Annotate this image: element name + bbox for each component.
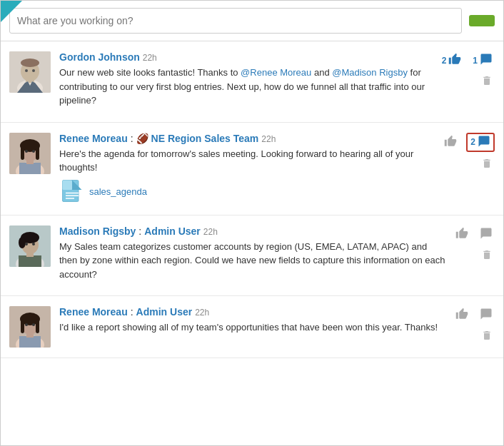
comment-count: 1	[473, 56, 478, 66]
svg-point-43	[32, 323, 35, 326]
feed-text: Here's the agenda for tomorrow's sales m…	[59, 147, 435, 175]
like-button[interactable]	[442, 133, 459, 151]
feed-content: Gordon Johnson22hOur new web site looks …	[59, 51, 433, 112]
trash-icon	[481, 249, 493, 263]
comment-button[interactable]: 1	[470, 51, 495, 69]
action-row-trash	[479, 156, 495, 173]
share-button[interactable]	[469, 15, 495, 26]
top-bar	[1, 1, 503, 41]
feed-item: Madison Rigsby: Admin User22hMy Sales te…	[1, 216, 503, 297]
trash-icon	[481, 75, 493, 88]
feed-header: Madison Rigsby: Admin User22h	[59, 225, 446, 237]
comment-icon	[478, 135, 490, 150]
feed-list: Gordon Johnson22hOur new web site looks …	[1, 41, 503, 358]
feed-header: Renee Moreau: Admin User22h	[59, 306, 446, 318]
like-button[interactable]	[453, 306, 470, 324]
thumb-icon	[455, 308, 468, 323]
feed-content: Renee Moreau: Admin User22hI'd like a re…	[59, 306, 446, 339]
feed-content: Madison Rigsby: Admin User22hMy Sales te…	[59, 225, 446, 286]
timestamp: 22h	[195, 308, 209, 318]
svg-rect-41	[36, 319, 39, 333]
feed-header: Renee Moreau: 🏈 NE Region Sales Team22h	[59, 133, 435, 144]
svg-point-17	[25, 150, 28, 153]
author-name[interactable]: Renee Moreau	[59, 306, 128, 318]
comment-button[interactable]	[478, 306, 495, 324]
svg-point-42	[25, 323, 28, 326]
avatar	[9, 133, 51, 174]
action-row-top	[453, 306, 495, 324]
action-row-trash	[479, 328, 495, 345]
svg-point-31	[19, 237, 26, 248]
svg-point-33	[32, 243, 35, 245]
avatar	[9, 51, 51, 93]
timestamp: 22h	[143, 53, 157, 63]
svg-rect-40	[21, 319, 24, 333]
action-row-top	[453, 225, 495, 243]
trash-icon	[481, 158, 493, 171]
comment-button[interactable]	[478, 225, 495, 243]
feed-text: Our new web site looks fantastic! Thanks…	[59, 66, 433, 108]
timestamp: 22h	[203, 227, 218, 237]
feed-item: Renee Moreau: 🏈 NE Region Sales Team22hH…	[1, 123, 503, 216]
feed-content: Renee Moreau: 🏈 NE Region Sales Team22hH…	[59, 133, 435, 205]
svg-point-32	[25, 243, 28, 245]
app-container: Gordon Johnson22hOur new web site looks …	[0, 0, 504, 446]
group-separator: :	[131, 133, 133, 144]
comment-icon	[480, 308, 493, 323]
timestamp: 22h	[261, 134, 276, 144]
feed-item: Gordon Johnson22hOur new web site looks …	[1, 41, 503, 123]
like-button[interactable]: 2	[440, 51, 464, 69]
svg-rect-15	[21, 146, 24, 160]
group-separator: :	[138, 225, 141, 237]
feed-header: Gordon Johnson22h	[59, 51, 433, 63]
delete-button[interactable]	[479, 328, 495, 345]
like-button[interactable]	[453, 225, 470, 243]
author-name[interactable]: Madison Rigsby	[59, 225, 136, 237]
action-row-trash	[479, 74, 495, 90]
svg-rect-27	[19, 255, 41, 267]
feed-actions	[453, 306, 495, 345]
avatar	[9, 225, 51, 267]
mention-link[interactable]: @Renee Moreau	[241, 67, 311, 78]
search-input[interactable]	[9, 8, 462, 34]
comment-button[interactable]: 2	[466, 133, 495, 152]
corner-decoration	[1, 1, 22, 22]
trash-icon	[481, 330, 493, 343]
feed-actions: 2	[442, 133, 495, 173]
feed-text: I'd like a report showing all of my team…	[59, 320, 446, 335]
delete-button[interactable]	[479, 74, 495, 90]
feed-item: Renee Moreau: Admin User22hI'd like a re…	[1, 296, 503, 358]
svg-rect-16	[36, 146, 39, 160]
svg-rect-36	[19, 336, 41, 348]
action-row-top: 2 1	[440, 51, 495, 69]
svg-point-8	[32, 69, 35, 72]
delete-button[interactable]	[479, 156, 495, 173]
like-count: 2	[442, 56, 447, 66]
attachment: sales_agenda	[59, 179, 435, 205]
avatar	[9, 306, 51, 348]
thumb-icon	[455, 227, 468, 242]
comment-icon	[480, 53, 493, 68]
document-icon	[59, 179, 85, 205]
svg-rect-11	[19, 163, 41, 174]
action-row-top: 2	[442, 133, 495, 152]
mention-link[interactable]: @Madison Rigsby	[332, 67, 408, 78]
thumb-icon	[448, 53, 461, 68]
svg-point-18	[32, 150, 35, 153]
group-name[interactable]: Admin User	[144, 225, 201, 237]
svg-point-7	[25, 69, 28, 72]
feed-text: My Sales team categorizes customer accou…	[59, 240, 446, 282]
group-separator: :	[131, 306, 133, 318]
comment-count: 2	[470, 137, 475, 147]
group-name[interactable]: Admin User	[136, 306, 193, 318]
group-emoji: 🏈	[136, 133, 148, 144]
group-name[interactable]: NE Region Sales Team	[151, 133, 259, 144]
author-name[interactable]: Renee Moreau	[59, 133, 128, 144]
author-name[interactable]: Gordon Johnson	[59, 51, 140, 63]
delete-button[interactable]	[479, 248, 495, 264]
thumb-icon	[444, 135, 457, 150]
attachment-name[interactable]: sales_agenda	[89, 186, 147, 197]
action-row-trash	[479, 248, 495, 264]
feed-actions	[453, 225, 495, 264]
svg-point-4	[21, 59, 39, 67]
